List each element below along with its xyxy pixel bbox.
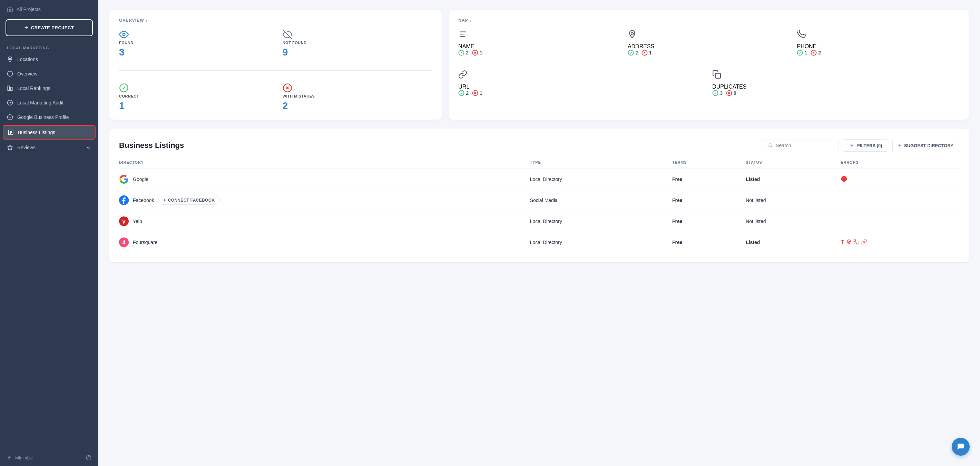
error-exclamation-icon xyxy=(841,176,848,182)
svg-point-46 xyxy=(769,144,772,147)
nap-address-badges: 2 1 xyxy=(628,50,790,56)
filters-button[interactable]: FILTERS (0) xyxy=(843,139,888,152)
chat-fab-button[interactable] xyxy=(952,438,970,456)
sidebar-item-google-business-profile[interactable]: Google Business Profile xyxy=(0,110,99,124)
google-status: Listed xyxy=(746,169,841,190)
listings-header: Business Listings FILTERS (0) xyxy=(119,139,959,152)
correct-label: CORRECT xyxy=(119,94,269,98)
svg-point-0 xyxy=(9,58,11,60)
dir-cell-foursquare: 4 Foursquare xyxy=(119,232,530,253)
nap-name-label: NAME xyxy=(458,43,621,50)
minimize-section[interactable]: Minimize xyxy=(0,449,99,466)
google-errors xyxy=(841,169,959,190)
yelp-icon: y xyxy=(119,216,129,226)
table-row: 4 Foursquare Local Directory Free Listed… xyxy=(119,232,959,253)
listings-section: Business Listings FILTERS (0) xyxy=(110,129,969,262)
suggest-directory-button[interactable]: + SUGGEST DIRECTORY xyxy=(892,139,959,152)
nap-duplicates-correct-badge: 3 xyxy=(712,90,722,96)
svg-point-28 xyxy=(631,33,633,35)
yelp-type: Local Directory xyxy=(530,211,672,232)
nap-address-label: ADDRESS xyxy=(628,43,790,50)
create-project-button[interactable]: + CREATE PROJECT xyxy=(6,19,93,36)
sidebar-item-label-gbp: Google Business Profile xyxy=(17,114,69,120)
sidebar-item-overview[interactable]: Overview xyxy=(0,67,99,81)
sidebar: All Projects + CREATE PROJECT LOCAL MARK… xyxy=(0,0,99,466)
nap-url-item: URL 2 1 xyxy=(458,70,705,96)
chat-icon xyxy=(956,442,965,451)
google-terms: Free xyxy=(672,169,746,190)
rankings-icon xyxy=(7,85,13,91)
overview-icon xyxy=(7,71,13,77)
col-directory: DIRECTORY xyxy=(119,160,530,169)
found-value: 3 xyxy=(119,47,269,58)
search-input[interactable] xyxy=(776,143,834,148)
search-box[interactable] xyxy=(763,139,839,151)
sidebar-item-label-locations: Locations xyxy=(17,57,38,62)
eye-off-icon xyxy=(283,30,292,39)
found-label: FOUND xyxy=(119,41,269,45)
foursquare-error-icons: T xyxy=(841,239,955,246)
sidebar-item-local-marketing-audit[interactable]: Local Marketing Audit xyxy=(0,95,99,110)
foursquare-terms: Free xyxy=(672,232,746,253)
sidebar-item-locations[interactable]: Locations xyxy=(0,52,99,67)
connect-facebook-button[interactable]: + CONNECT FACEBOOK xyxy=(158,196,220,205)
sidebar-item-local-rankings[interactable]: Local Rankings xyxy=(0,81,99,95)
nap-url-icon xyxy=(458,70,705,81)
table-row: Facebook + CONNECT FACEBOOK Social Media… xyxy=(119,190,959,211)
overview-info-icon: i xyxy=(146,18,147,23)
correct-value: 1 xyxy=(119,100,269,111)
not-found-item: NOT FOUND 9 xyxy=(283,30,433,58)
svg-rect-2 xyxy=(8,86,9,90)
col-errors: ERRORS xyxy=(841,160,959,169)
filter-icon xyxy=(849,143,854,148)
svg-text:4: 4 xyxy=(122,239,125,246)
yelp-name: Yelp xyxy=(133,219,142,224)
overview-divider xyxy=(119,70,432,71)
overview-card: OVERVIEW i FOUND 3 xyxy=(110,10,442,120)
nap-phone-correct-badge: 1 xyxy=(797,50,807,56)
nap-duplicates-badges: 3 0 xyxy=(712,90,959,96)
help-icon[interactable] xyxy=(86,455,91,460)
nap-phone-error-badge: 2 xyxy=(811,50,821,56)
foursquare-errors: T xyxy=(841,232,959,253)
phone-x-icon xyxy=(811,50,817,56)
svg-text:y: y xyxy=(122,218,125,224)
nap-url-label: URL xyxy=(458,84,705,90)
foursquare-error-t-icon: T xyxy=(841,239,844,246)
x-icon xyxy=(641,50,648,56)
facebook-errors xyxy=(841,190,959,211)
star-icon xyxy=(7,144,13,151)
svg-point-1 xyxy=(8,71,13,76)
all-projects-link[interactable]: All Projects xyxy=(0,0,99,17)
facebook-terms: Free xyxy=(672,190,746,211)
location-icon xyxy=(7,56,13,62)
nap-name-badges: 2 1 xyxy=(458,50,621,56)
foursquare-status: Listed xyxy=(746,232,841,253)
sidebar-item-label-reviews: Reviews xyxy=(17,145,35,150)
chevron-down-icon xyxy=(85,144,91,151)
check-circle-small-icon xyxy=(458,50,465,56)
nap-address-item: ADDRESS 2 1 xyxy=(628,30,790,56)
search-icon xyxy=(768,143,773,148)
google-name: Google xyxy=(133,176,148,182)
nap-divider xyxy=(458,63,959,63)
google-type: Local Directory xyxy=(530,169,672,190)
sidebar-item-business-listings[interactable]: Business Listings xyxy=(3,125,95,139)
col-status: STATUS xyxy=(746,160,841,169)
minimize-button[interactable]: Minimize xyxy=(7,455,33,460)
facebook-status: Not listed xyxy=(746,190,841,211)
nap-phone-icon xyxy=(797,30,959,41)
eye-icon xyxy=(119,30,129,39)
svg-rect-3 xyxy=(11,87,13,90)
sidebar-item-reviews[interactable]: Reviews xyxy=(0,140,99,155)
sidebar-item-label-overview: Overview xyxy=(17,71,37,76)
audit-icon xyxy=(7,100,13,106)
filters-label: FILTERS (0) xyxy=(857,143,882,148)
foursquare-icon: 4 xyxy=(119,238,129,247)
svg-line-47 xyxy=(772,146,773,147)
foursquare-phone-error-icon xyxy=(854,239,859,245)
table-row: Google Local Directory Free Listed xyxy=(119,169,959,190)
nap-url-error-badge: 1 xyxy=(472,90,482,96)
dir-cell-facebook: Facebook + CONNECT FACEBOOK xyxy=(119,190,530,211)
sidebar-item-label-audit: Local Marketing Audit xyxy=(17,100,64,105)
